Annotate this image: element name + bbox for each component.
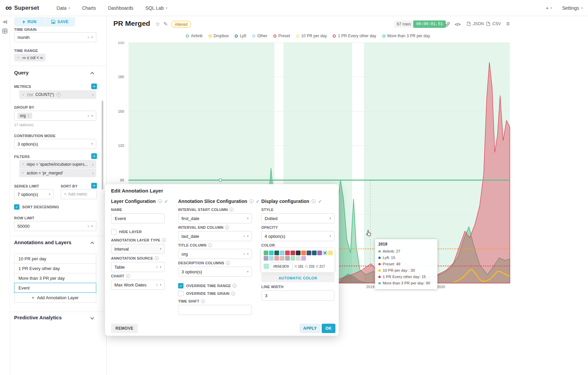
info-icon[interactable]: i [158,199,162,203]
chevron-down-icon[interactable]: ▾ [247,253,249,256]
chevron-down-icon[interactable]: ▾ [160,283,161,286]
info-icon[interactable]: i [155,256,159,260]
series-limit-select[interactable]: 7 option(s) ▾ [14,189,54,199]
annotation-layer-type-select[interactable]: Interval ▾ [111,244,165,254]
expand-icon[interactable]: › [92,162,94,167]
metric-pill[interactable]: × ƒ(x) COUNT(*) ? › [19,90,96,99]
altered-badge[interactable]: Altered [171,21,191,28]
info-icon[interactable]: i [250,199,254,203]
title-column-select[interactable]: org × ▾ [178,249,252,259]
chevron-down-icon[interactable]: ▾ [91,114,93,117]
info-icon[interactable]: i [201,299,205,303]
settings-menu[interactable]: Settings ▾ [562,5,583,11]
color-swatch[interactable] [290,256,295,261]
chevron-down-icon[interactable]: ▾ [160,248,161,251]
brand-name[interactable]: Superset [14,5,39,11]
color-swatch[interactable] [269,256,274,261]
time-range-pill[interactable]: × -∞ ≤ col < ∞ [14,54,46,61]
filter-pill[interactable]: × action = 'pr_merged' › [19,169,96,177]
info-icon[interactable]: i [208,243,212,247]
nav-item-dashboards[interactable]: Dashboards [108,5,133,11]
info-icon[interactable]: i [226,261,230,265]
color-swatch-selected[interactable] [323,251,327,255]
color-swatch[interactable] [285,251,290,255]
line-width-input[interactable]: 3 [261,290,334,301]
group-by-tag[interactable]: org × [17,113,32,119]
checkbox-checked-icon[interactable]: ✓ [14,204,19,210]
nav-item-data[interactable]: Data ▾ [57,5,70,11]
embed-code-icon[interactable]: </> [455,22,461,27]
color-swatch[interactable] [328,251,333,255]
sort-descending-checkbox[interactable]: ✓ SORT DESCENDING [14,204,59,210]
checkbox-checked-icon[interactable]: ✓ [178,283,183,288]
expand-datasource-panel-icon[interactable] [2,19,8,26]
edit-title-icon[interactable]: ✎ [163,21,168,27]
run-button[interactable]: RUN [14,17,45,26]
panel-scrollbar[interactable] [102,101,103,190]
group-by-select[interactable]: org × × ▾ [14,111,96,121]
legend-item[interactable]: Lyft [235,34,246,38]
override-time-range-checkbox[interactable]: ✓ OVERRIDE TIME RANGE i [178,283,236,288]
chevron-down-icon[interactable]: ▾ [49,193,50,196]
nav-item-charts[interactable]: Charts [82,5,96,11]
checkbox-unchecked-icon[interactable] [111,229,116,234]
clear-icon[interactable]: × [156,265,158,269]
description-columns-select[interactable]: 3 option(s) ▾ [178,267,252,277]
remove-icon[interactable]: × [22,162,24,166]
annotations-section-header[interactable]: Annotations and Layers [14,239,71,245]
predictive-analytics-section-header[interactable]: Predictive Analytics [14,315,62,320]
export-csv-button[interactable]: .CSV [486,21,501,26]
automatic-color-button[interactable]: AUTOMATIC COLOR [261,274,334,282]
remove-icon[interactable]: × [28,114,30,118]
checkbox-unchecked-icon[interactable] [178,291,183,296]
time-grain-select[interactable]: month × ▾ [14,32,96,42]
expand-icon[interactable]: › [92,171,94,175]
sort-by-input[interactable]: + Add metric [61,189,97,199]
add-metric-button[interactable]: + [91,84,97,89]
color-swatch[interactable] [264,256,268,261]
color-swatch[interactable] [296,251,301,255]
color-swatch[interactable] [296,256,301,261]
color-swatch[interactable] [312,251,317,255]
ok-button[interactable]: OK [322,324,335,333]
help-icon[interactable]: ? [56,93,61,97]
legend-item[interactable]: 1 PR Every other day [333,34,376,38]
color-swatch[interactable] [274,251,279,255]
annotation-layer-item[interactable]: More than 3 PR per day [14,273,96,283]
clear-icon[interactable]: × [87,114,90,118]
chart-select[interactable]: Max Work Dates × ▾ [111,280,165,290]
chevron-up-icon[interactable] [90,72,94,75]
clear-icon[interactable]: × [87,35,90,40]
annotation-source-select[interactable]: Table × ▾ [111,262,165,272]
chevron-down-icon[interactable]: ▾ [91,143,93,146]
apply-button[interactable]: APPLY [300,324,320,333]
query-section-header[interactable]: Query [14,70,29,75]
expand-icon[interactable]: › [92,92,94,97]
add-sort-metric-button[interactable]: + [91,183,97,189]
filter-pill[interactable]: × repo = 'apache/incubator-supers... › [19,160,96,168]
chevron-down-icon[interactable]: ▾ [247,235,249,238]
color-swatch[interactable] [274,256,279,261]
legend-item[interactable]: 10 PR per day [296,34,327,38]
new-item-button[interactable]: + ▾ [546,5,552,11]
annotation-layer-item[interactable]: 1 PR Every other day [14,263,96,273]
share-link-icon[interactable] [445,21,450,29]
legend-item[interactable]: Preset [273,34,290,38]
add-annotation-layer-button[interactable]: + Add Annotation Layer [14,292,96,303]
clear-icon[interactable]: × [243,234,246,238]
annotation-layer-item[interactable]: 10 PR per day [14,254,96,264]
time-shift-input[interactable] [178,305,252,315]
interval-end-column-select[interactable]: last_date × ▾ [178,231,252,241]
color-swatch[interactable] [317,251,322,255]
chevron-down-icon[interactable] [90,316,94,319]
clear-icon[interactable]: × [243,252,246,256]
info-icon[interactable]: i [162,238,166,242]
save-button[interactable]: SAVE [45,17,75,26]
chevron-down-icon[interactable]: ▾ [247,270,249,273]
legend-item[interactable]: More than 3 PR per day [382,34,430,38]
color-swatch[interactable] [280,256,284,261]
legend-item[interactable]: Airbnb [186,34,203,38]
hide-layer-checkbox[interactable]: HIDE LAYER [111,229,142,234]
chevron-down-icon[interactable]: ▾ [247,217,249,220]
chevron-up-icon[interactable] [90,242,94,245]
